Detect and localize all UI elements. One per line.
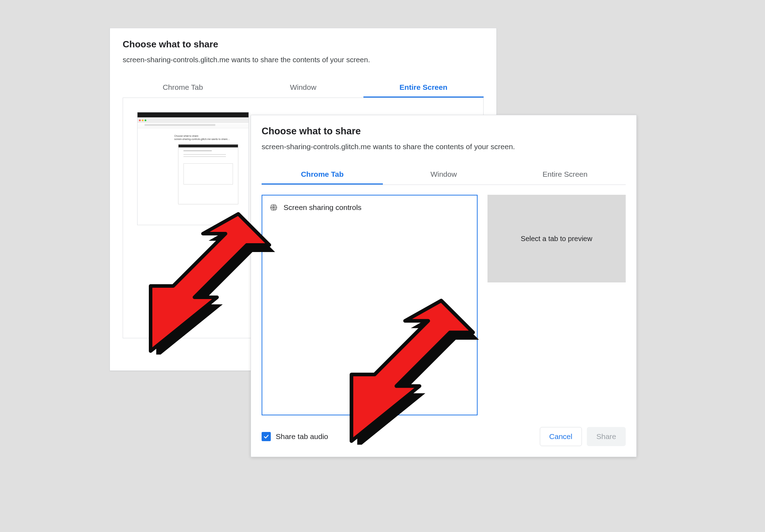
preview-placeholder-text: Select a tab to preview bbox=[521, 235, 592, 243]
tab-chrome-tab[interactable]: Chrome Tab bbox=[123, 77, 243, 98]
tab-selection-body: Screen sharing controls Select a tab to … bbox=[262, 195, 626, 415]
tab-preview-placeholder: Select a tab to preview bbox=[487, 195, 626, 282]
dialog-header: Choose what to share screen-sharing-cont… bbox=[110, 39, 496, 71]
dialog-subtitle: screen-sharing-controls.glitch.me wants … bbox=[262, 142, 626, 151]
tab-list-item-label: Screen sharing controls bbox=[284, 203, 362, 212]
dialog-title: Choose what to share bbox=[262, 126, 626, 137]
cancel-button[interactable]: Cancel bbox=[540, 427, 582, 446]
share-audio-checkbox[interactable] bbox=[262, 432, 271, 441]
screen-thumbnail[interactable]: Choose what to sharescreen-sharing-contr… bbox=[137, 112, 249, 225]
tab-window[interactable]: Window bbox=[383, 164, 504, 185]
globe-icon bbox=[269, 203, 278, 212]
tab-chrome-tab[interactable]: Chrome Tab bbox=[262, 164, 383, 185]
dialog-title: Choose what to share bbox=[123, 39, 484, 50]
tab-entire-screen[interactable]: Entire Screen bbox=[363, 77, 484, 98]
share-button[interactable]: Share bbox=[587, 427, 626, 446]
share-dialog-chrome-tab: Choose what to share screen-sharing-cont… bbox=[251, 115, 637, 457]
dialog-header: Choose what to share screen-sharing-cont… bbox=[251, 126, 636, 158]
svg-point-0 bbox=[270, 204, 277, 211]
tab-list[interactable]: Screen sharing controls bbox=[262, 195, 478, 415]
dialog-buttons: Cancel Share bbox=[540, 427, 626, 446]
tab-entire-screen[interactable]: Entire Screen bbox=[504, 164, 626, 185]
share-type-tabs: Chrome Tab Window Entire Screen bbox=[123, 77, 484, 98]
share-audio-label: Share tab audio bbox=[276, 432, 328, 441]
tab-list-item[interactable]: Screen sharing controls bbox=[269, 202, 470, 213]
share-type-tabs: Chrome Tab Window Entire Screen bbox=[262, 164, 626, 185]
dialog-footer: Share tab audio Cancel Share bbox=[251, 419, 636, 457]
share-audio-option[interactable]: Share tab audio bbox=[262, 432, 328, 441]
dialog-subtitle: screen-sharing-controls.glitch.me wants … bbox=[123, 55, 484, 64]
tab-window[interactable]: Window bbox=[243, 77, 363, 98]
